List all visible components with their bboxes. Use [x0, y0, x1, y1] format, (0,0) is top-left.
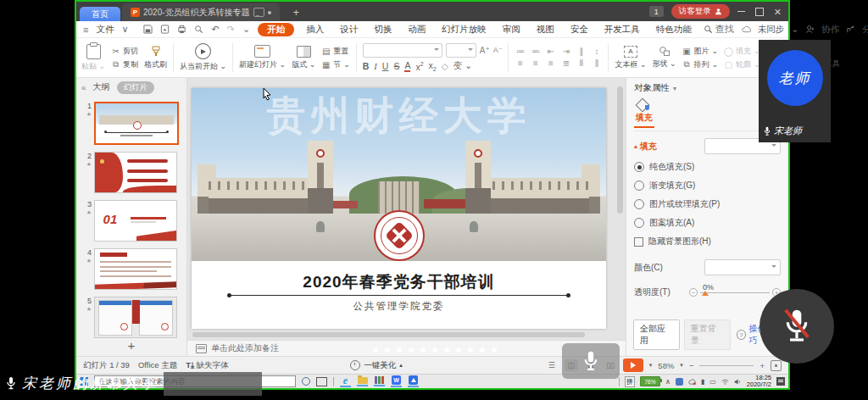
tray-expand-icon[interactable]: ∧ — [665, 378, 670, 386]
new-tab-button[interactable]: + — [288, 4, 305, 21]
beautify-button[interactable]: 一键美化 ▴ — [350, 360, 403, 371]
cut-button[interactable]: ✂剪切 — [111, 46, 138, 57]
quickbar-caret-icon[interactable]: ⌄ — [242, 24, 250, 35]
superscript-button[interactable]: x2 — [415, 61, 423, 72]
ribbon-tab-devtools[interactable]: 开发工具 — [600, 24, 644, 36]
taskbar-app-meeting[interactable] — [408, 375, 419, 387]
columns-icon[interactable]: ⫼ — [591, 58, 602, 69]
taskbar-clock[interactable]: 18:25 2020/7/2 — [747, 375, 771, 388]
ime-indicator[interactable]: 拼 — [625, 376, 635, 387]
collapse-panel-icon[interactable]: « — [81, 83, 86, 92]
slide-thumbnail-2[interactable] — [94, 152, 177, 193]
cortana-icon[interactable] — [302, 377, 310, 386]
guest-login-button[interactable]: 访客登录 — [671, 4, 730, 19]
ribbon-tab-home[interactable]: 开始 — [258, 23, 294, 36]
align-left-icon[interactable]: ≡ — [515, 58, 526, 69]
notes-toggle-icon[interactable]: ☰ — [545, 359, 559, 371]
tray-cloud-icon[interactable] — [688, 378, 696, 386]
option-picture-fill[interactable]: 图片或纹理填充(P) — [634, 198, 781, 210]
option-gradient-fill[interactable]: 渐变填充(G) — [634, 180, 781, 192]
file-menu[interactable]: 文件 — [96, 24, 114, 36]
arrange-button[interactable]: ⧉排列 ⌄ — [682, 59, 719, 70]
shapes-button[interactable]: 形状 ⌄ — [653, 46, 676, 69]
print-icon[interactable] — [177, 25, 186, 34]
section-collapse-icon[interactable]: ▴ — [634, 142, 637, 150]
webcam-tile[interactable]: 老师 宋老师 — [759, 40, 831, 142]
copy-button[interactable]: ⧉复制 — [111, 59, 138, 70]
undo-icon[interactable]: ↶ — [211, 24, 219, 35]
fit-slide-button[interactable] — [771, 360, 782, 371]
format-painter-button[interactable]: 格式刷 — [144, 46, 167, 70]
option-pattern-fill[interactable]: 图案填充(A) — [634, 217, 781, 229]
print-preview-icon[interactable] — [194, 25, 203, 34]
underline-button[interactable]: U — [382, 61, 389, 71]
hamburger-icon[interactable]: ≡ — [83, 25, 88, 35]
zoom-level[interactable]: 58% — [658, 361, 674, 370]
layout-button[interactable]: 版式 ⌄ — [292, 46, 315, 70]
sync-status[interactable]: 未同步 — [758, 24, 785, 36]
ribbon-tab-animation[interactable]: 动画 — [403, 24, 430, 36]
fill-button[interactable]: ◯填充 ⌄ — [724, 46, 760, 57]
vertical-scrollbar[interactable] — [617, 86, 623, 214]
text-box-button[interactable]: A 文本框 ⌄ — [615, 46, 646, 70]
minimize-button[interactable] — [737, 11, 745, 12]
tray-volume-icon[interactable] — [734, 378, 742, 386]
section-button[interactable]: ▦节 ⌄ — [321, 59, 350, 70]
align-right-icon[interactable]: ≡ — [545, 58, 556, 69]
slide-thumbnail-4[interactable] — [94, 248, 177, 290]
tab-document[interactable]: P 2020-党员组织关系转接专题 — [122, 3, 280, 21]
slide-thumbnail-1[interactable] — [94, 102, 179, 145]
line-spacing-icon[interactable]: ↕ — [591, 47, 602, 56]
text-direction-icon[interactable]: ∥ — [576, 47, 587, 56]
horizontal-scrollbar[interactable] — [192, 331, 610, 338]
zoom-out-button[interactable]: − — [689, 361, 694, 370]
tray-app-icon[interactable] — [676, 378, 683, 386]
play-options-caret-icon[interactable]: ▾ — [649, 362, 653, 369]
italic-button[interactable]: I — [374, 62, 377, 71]
increase-font-icon[interactable]: A⁺ — [480, 46, 490, 55]
action-center-icon[interactable] — [776, 377, 785, 386]
outline-button[interactable]: ▢轮廓 ⌄ — [724, 59, 760, 70]
option-solid-fill[interactable]: 纯色填充(S) — [634, 161, 781, 173]
apply-all-button[interactable]: 全部应用 — [633, 319, 680, 350]
slide-subtitle[interactable]: 公共管理学院党委 — [192, 300, 606, 313]
slide-canvas[interactable]: 贵州财经大学 2020年春季党务干部培训 — [187, 78, 626, 331]
justify-icon[interactable]: ≣ — [560, 58, 571, 69]
font-size-select[interactable] — [446, 43, 476, 58]
decrease-font-icon[interactable]: A⁻ — [493, 46, 503, 54]
ribbon-tab-view[interactable]: 视图 — [532, 24, 559, 36]
ribbon-tab-review[interactable]: 审阅 — [498, 24, 525, 36]
outdent-icon[interactable]: ⇤ — [545, 47, 556, 56]
tab-outline[interactable]: 大纲 — [93, 81, 110, 93]
ribbon-tab-slideshow[interactable]: 幻灯片放映 — [437, 24, 491, 36]
paste-button[interactable]: 粘贴 ⌄ — [81, 44, 105, 72]
taskbar-app-explorer[interactable] — [357, 377, 368, 386]
taskbar-app-ie[interactable]: e — [340, 376, 351, 387]
tab-home[interactable]: 首页 — [80, 7, 120, 21]
save-icon[interactable] — [143, 25, 153, 34]
export-pdf-icon[interactable] — [160, 25, 170, 34]
reset-background-button[interactable]: 重置背景 — [684, 319, 731, 350]
panel-tab-fill[interactable]: 填充 — [634, 110, 654, 128]
notification-count-badge[interactable]: 1 — [649, 6, 664, 17]
close-button[interactable]: ✕ — [774, 8, 782, 16]
font-color-button[interactable]: A — [404, 60, 410, 72]
redo-icon[interactable]: ↷ — [227, 24, 235, 35]
slide-title[interactable]: 2020年春季党务干部培训 — [192, 271, 606, 293]
ribbon-tab-insert[interactable]: 插入 — [302, 24, 328, 36]
ribbon-tab-design[interactable]: 设计 — [336, 24, 362, 36]
align-center-icon[interactable]: ≡ — [530, 58, 541, 69]
font-family-select[interactable] — [363, 43, 442, 58]
battery-indicator[interactable]: 76% — [640, 376, 660, 386]
collaborate-button[interactable]: 协作 — [821, 24, 839, 36]
slideshow-play-button[interactable] — [623, 358, 643, 372]
indent-icon[interactable]: ⇥ — [560, 47, 571, 56]
floating-mic-indicator[interactable] — [562, 343, 620, 379]
clear-format-icon[interactable]: ◇ — [442, 61, 448, 71]
distribute-icon[interactable]: ⫴ — [576, 58, 587, 69]
slide-1[interactable]: 贵州财经大学 2020年春季党务干部培训 — [192, 88, 606, 329]
ribbon-tab-features[interactable]: 特色功能 — [652, 24, 696, 36]
maximize-button[interactable] — [755, 8, 764, 16]
ribbon-tab-security[interactable]: 安全 — [566, 24, 593, 36]
tray-wifi-icon[interactable] — [721, 378, 729, 386]
